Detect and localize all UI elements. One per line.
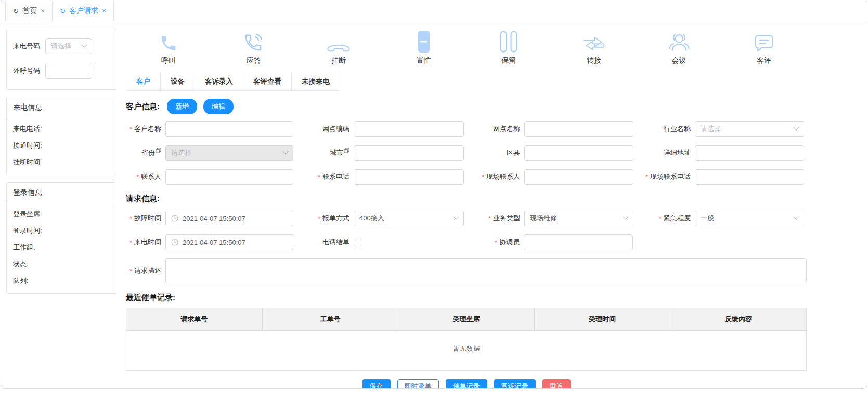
- call-icon: [159, 34, 178, 53]
- add-button[interactable]: 新增: [167, 99, 197, 114]
- biz-type-select[interactable]: 现场维修: [524, 211, 633, 226]
- tab-rating-view[interactable]: 客评查看: [243, 72, 292, 91]
- close-icon[interactable]: ×: [41, 7, 45, 15]
- reminder-table: 请求单号 工单号 受理坐席 受理时间 反馈内容 暂无数据: [126, 308, 807, 371]
- col-handling-agent: 受理坐席: [398, 308, 535, 330]
- hangup-icon: [327, 41, 350, 53]
- tab-device[interactable]: 设备: [161, 72, 195, 91]
- city-label: 城市: [293, 148, 354, 158]
- tab-customer-request[interactable]: ↻ 客户请求 ×: [53, 1, 114, 21]
- status-label: 状态:: [7, 256, 116, 272]
- col-handling-time: 受理时间: [535, 308, 671, 330]
- coordinator-input[interactable]: [524, 234, 633, 250]
- footer-actions: 保存 即时派单 催单记录 客诉记录 重置: [126, 379, 807, 389]
- login-time-label: 登录时间:: [7, 223, 116, 239]
- contact-phone-input[interactable]: [354, 169, 464, 185]
- call-button[interactable]: 呼叫: [126, 31, 211, 66]
- main-area: 呼叫 应答 挂断: [122, 21, 867, 388]
- province-select[interactable]: 请选择: [165, 145, 293, 161]
- login-info-panel: 登录信息 登录坐席: 登录时间: 工作组: 状态: 队列:: [6, 182, 116, 294]
- industry-select[interactable]: 请选择: [695, 121, 804, 137]
- tab-complaint-entry[interactable]: 客诉录入: [195, 72, 243, 91]
- phone-close-label: 电话结单: [293, 238, 354, 247]
- answer-icon: [243, 33, 263, 53]
- description-textarea[interactable]: [165, 258, 807, 283]
- chevron-down-icon: [623, 214, 628, 220]
- contact-phone-label: 联系电话: [293, 172, 354, 181]
- answer-button[interactable]: 应答: [211, 31, 296, 66]
- outlet-name-label: 网点名称: [464, 124, 524, 134]
- col-feedback: 反馈内容: [670, 308, 806, 330]
- incoming-number-placeholder: 请选择: [51, 42, 71, 51]
- site-contact-phone-label: 现场联系电话: [633, 172, 695, 181]
- report-mode-label: 报单方式: [293, 214, 354, 223]
- sidebar: 来电号码 请选择 外呼号码 来电信息 来电电话: 接通时间: 挂断时间:: [1, 21, 122, 388]
- outbound-number-input[interactable]: [45, 63, 92, 79]
- outlet-name-input[interactable]: [524, 121, 633, 137]
- chevron-down-icon: [793, 214, 799, 220]
- report-mode-select[interactable]: 400接入: [354, 211, 464, 226]
- fault-time-picker[interactable]: 2021-04-07 15:50:07: [165, 211, 293, 226]
- district-label: 区县: [464, 148, 524, 158]
- customer-name-label: 客户名称: [126, 124, 165, 134]
- incoming-number-label: 来电号码: [13, 42, 45, 51]
- busy-label: 置忙: [417, 56, 431, 66]
- busy-button[interactable]: 置忙: [381, 31, 467, 66]
- connect-time-label: 接通时间:: [7, 137, 116, 154]
- contact-label: 联系人: [126, 172, 165, 181]
- chevron-down-icon: [81, 42, 87, 48]
- district-input[interactable]: [524, 145, 633, 161]
- site-contact-phone-input[interactable]: [695, 169, 804, 185]
- col-work-order-no: 工单号: [263, 308, 399, 330]
- login-info-title: 登录信息: [7, 183, 116, 203]
- outlet-code-input[interactable]: [354, 121, 464, 137]
- reminder-log-button[interactable]: 催单记录: [446, 379, 487, 389]
- urgency-value: 一般: [701, 214, 714, 223]
- address-input[interactable]: [695, 145, 804, 161]
- urgency-select[interactable]: 一般: [695, 211, 804, 226]
- copy-icon[interactable]: [344, 148, 349, 153]
- hold-button[interactable]: 保留: [467, 31, 552, 66]
- col-request-no: 请求单号: [126, 308, 263, 330]
- rate-icon: [754, 34, 774, 53]
- tab-customer[interactable]: 客户: [126, 72, 161, 91]
- clock-icon: [171, 239, 178, 246]
- transfer-label: 转接: [587, 56, 601, 66]
- refresh-icon[interactable]: ↻: [13, 7, 19, 15]
- meeting-label: 会议: [672, 56, 686, 66]
- hold-label: 保留: [501, 56, 516, 66]
- phone-close-checkbox[interactable]: [354, 239, 361, 246]
- customer-name-input[interactable]: [165, 121, 293, 137]
- customer-info-title: 客户信息:: [126, 102, 160, 112]
- refresh-icon[interactable]: ↻: [60, 7, 66, 15]
- request-info-title: 请求信息:: [126, 194, 160, 204]
- instant-dispatch-button[interactable]: 即时派单: [397, 379, 439, 389]
- meeting-icon: [668, 32, 690, 53]
- complaint-log-button[interactable]: 客诉记录: [494, 379, 536, 389]
- rate-button[interactable]: 客评: [721, 31, 807, 66]
- meeting-button[interactable]: 会议: [637, 31, 722, 66]
- site-contact-input[interactable]: [524, 169, 633, 185]
- hold-icon: [500, 31, 517, 53]
- transfer-button[interactable]: 转接: [551, 31, 637, 66]
- close-icon[interactable]: ×: [102, 7, 106, 15]
- tab-home[interactable]: ↻ 首页 ×: [5, 1, 53, 21]
- fault-time-value: 2021-04-07 15:50:07: [183, 215, 245, 223]
- save-button[interactable]: 保存: [362, 379, 391, 389]
- call-time-picker[interactable]: 2021-04-07 15:50:07: [165, 234, 293, 250]
- biz-type-label: 业务类型: [464, 214, 524, 223]
- incoming-number-select[interactable]: 请选择: [45, 38, 92, 54]
- edit-button[interactable]: 编辑: [203, 99, 234, 114]
- copy-icon[interactable]: [156, 148, 161, 153]
- contact-input[interactable]: [165, 169, 293, 185]
- tab-missed-calls[interactable]: 未接来电: [292, 72, 340, 91]
- hangup-button[interactable]: 挂断: [296, 31, 381, 66]
- call-phone-label: 来电电话:: [7, 121, 116, 137]
- chevron-down-icon: [282, 149, 288, 154]
- call-info-panel: 来电信息 来电电话: 接通时间: 挂断时间:: [6, 97, 116, 175]
- reset-button[interactable]: 重置: [542, 379, 571, 389]
- city-input[interactable]: [354, 145, 464, 161]
- report-mode-value: 400接入: [359, 214, 384, 223]
- busy-icon: [418, 31, 430, 53]
- rate-label: 客评: [757, 56, 771, 66]
